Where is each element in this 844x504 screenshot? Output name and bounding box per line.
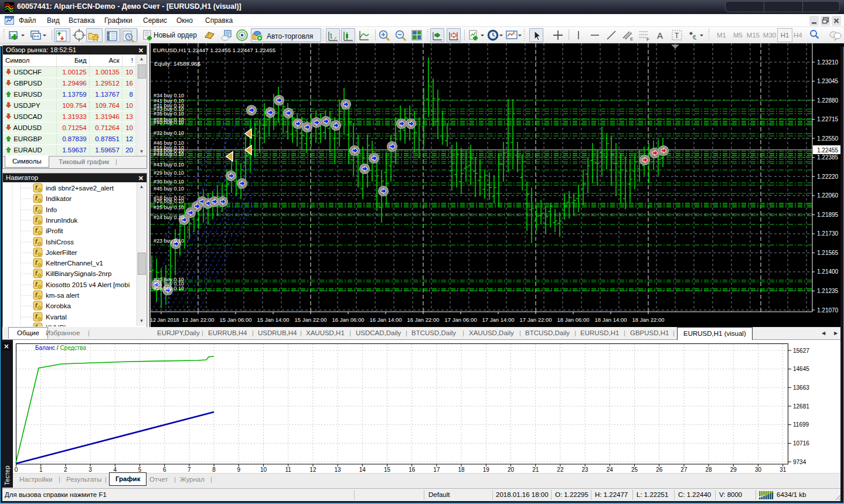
svg-text:F: F	[646, 37, 649, 42]
svg-text:12: 12	[309, 466, 316, 473]
svg-text:18 Jan 22:00: 18 Jan 22:00	[632, 316, 665, 323]
svg-text:12 Jan 22:00: 12 Jan 22:00	[182, 316, 215, 323]
svg-text:#49 buy 0.10: #49 buy 0.10	[154, 151, 184, 157]
svg-text:1.23210: 1.23210	[817, 59, 839, 66]
svg-text:InrunInduk: InrunInduk	[46, 217, 78, 224]
svg-text:1.23045: 1.23045	[817, 78, 839, 84]
svg-text:E: E	[630, 36, 633, 42]
svg-text:Kvartal: Kvartal	[46, 314, 67, 321]
svg-text:17 Jan 06:00: 17 Jan 06:00	[445, 316, 477, 323]
svg-text:12 Jan 2018: 12 Jan 2018	[150, 317, 179, 323]
svg-text:#40 buy 0.10: #40 buy 0.10	[154, 120, 184, 125]
svg-text:#45 buy 0.10: #45 buy 0.10	[154, 186, 184, 192]
svg-text:Indikator: Indikator	[46, 195, 72, 202]
svg-text:Баланс / Средства: Баланс / Средства	[35, 345, 86, 351]
svg-text:17 Jan 14:00: 17 Jan 14:00	[482, 316, 515, 323]
svg-text:16 Jan 22:00: 16 Jan 22:00	[407, 316, 440, 323]
svg-text:1.21730: 1.21730	[817, 230, 839, 237]
svg-text:Тестер: Тестер	[4, 466, 11, 485]
svg-text:1.21565: 1.21565	[817, 250, 839, 256]
svg-text:8: 8	[212, 466, 216, 473]
svg-text:#25 buy 0.10: #25 buy 0.10	[154, 205, 184, 210]
svg-text:#35 buy 0.10: #35 buy 0.10	[154, 111, 184, 117]
svg-text:2: 2	[64, 466, 67, 473]
svg-text:31: 31	[780, 466, 787, 473]
svg-text:1.22715: 1.22715	[817, 116, 839, 122]
svg-text:17 Jan 22:00: 17 Jan 22:00	[520, 316, 552, 323]
svg-text:12681: 12681	[793, 403, 809, 410]
svg-text:13663: 13663	[793, 384, 809, 391]
svg-text:25: 25	[631, 466, 638, 473]
svg-text:9: 9	[237, 466, 241, 473]
svg-text:iProfit: iProfit	[46, 227, 63, 234]
svg-text:1.22880: 1.22880	[817, 97, 839, 104]
svg-text:#43 buy 0.10: #43 buy 0.10	[154, 162, 184, 168]
svg-text:#24 buy 0.10: #24 buy 0.10	[154, 214, 184, 220]
svg-text:18 Jan 14:00: 18 Jan 14:00	[595, 316, 627, 323]
svg-text:11699: 11699	[793, 421, 809, 428]
svg-text:21: 21	[532, 466, 539, 473]
svg-text:29: 29	[730, 466, 737, 473]
svg-text:3: 3	[89, 466, 92, 473]
svg-text:KVUPL: KVUPL	[46, 324, 68, 326]
svg-text:15627: 15627	[793, 348, 809, 354]
svg-text:KeltnerChannel_v1: KeltnerChannel_v1	[46, 260, 103, 267]
svg-text:23: 23	[582, 466, 589, 473]
svg-text:KillBinarySignals-2nrp: KillBinarySignals-2nrp	[46, 270, 112, 277]
svg-text:7: 7	[188, 466, 191, 473]
svg-text:1.22550: 1.22550	[817, 135, 839, 142]
svg-text:1.21895: 1.21895	[817, 212, 839, 218]
svg-text:14645: 14645	[793, 366, 809, 372]
svg-text:1.21235: 1.21235	[817, 288, 839, 294]
svg-text:Kiosotto 2015 v4 Alert [mobi: Kiosotto 2015 v4 Alert [mobi	[46, 281, 130, 288]
svg-text:#32 buy 0.10: #32 buy 0.10	[154, 130, 184, 136]
svg-text:IshiCross: IshiCross	[46, 239, 74, 246]
svg-text:17: 17	[433, 466, 440, 473]
svg-text:JokerFilter: JokerFilter	[46, 249, 77, 256]
svg-text:16: 16	[409, 466, 416, 473]
svg-text:#23 buy 0.10: #23 buy 0.10	[154, 238, 184, 244]
svg-text:15 Jan 22:00: 15 Jan 22:00	[295, 316, 327, 323]
svg-text:0: 0	[15, 466, 18, 473]
svg-text:Korobka: Korobka	[46, 302, 71, 309]
svg-text:#26 buy 0.10: #26 buy 0.10	[154, 198, 184, 204]
svg-text:26: 26	[656, 466, 663, 473]
svg-text:15: 15	[384, 466, 391, 473]
svg-text:1.21070: 1.21070	[817, 307, 839, 314]
svg-text:10716: 10716	[793, 440, 809, 447]
svg-text:10: 10	[260, 466, 267, 473]
svg-text:1.21400: 1.21400	[817, 268, 839, 275]
svg-text:1: 1	[39, 466, 43, 473]
svg-text:EURUSD,H1 1.22447 1.22455 1.2: EURUSD,H1 1.22447 1.22455 1.22447 1.2245…	[153, 47, 276, 53]
svg-text:1.22385: 1.22385	[817, 154, 839, 161]
svg-text:indi sbnr2+save2_alert: indi sbnr2+save2_alert	[46, 185, 114, 192]
svg-text:15 Jan 14:00: 15 Jan 14:00	[257, 316, 290, 323]
svg-text:18 Jan 06:00: 18 Jan 06:00	[557, 316, 590, 323]
svg-text:T: T	[675, 32, 679, 40]
svg-text:27: 27	[680, 466, 688, 473]
svg-text:Equity: 14589.96$: Equity: 14589.96$	[154, 60, 201, 67]
svg-text:A: A	[657, 30, 663, 40]
svg-text:#30 buy 0.10: #30 buy 0.10	[154, 179, 184, 185]
svg-text:22: 22	[557, 466, 564, 473]
svg-text:16 Jan 06:00: 16 Jan 06:00	[332, 316, 365, 323]
svg-text:20: 20	[508, 466, 515, 473]
svg-text:6: 6	[163, 466, 166, 473]
svg-text:19: 19	[483, 466, 490, 473]
svg-text:16 Jan 14:00: 16 Jan 14:00	[370, 316, 402, 323]
svg-text:14: 14	[359, 466, 366, 473]
svg-text:km-sa alert: km-sa alert	[46, 292, 80, 299]
svg-text:9734: 9734	[793, 459, 806, 465]
svg-text:30: 30	[755, 466, 762, 473]
svg-text:1.22455: 1.22455	[817, 147, 839, 154]
svg-text:1.22220: 1.22220	[817, 173, 839, 180]
svg-text:#19 buy 0.10: #19 buy 0.10	[154, 285, 184, 291]
svg-text:28: 28	[706, 466, 713, 473]
svg-text:24: 24	[607, 466, 614, 473]
svg-text:15 Jan 06:00: 15 Jan 06:00	[220, 316, 252, 323]
svg-text:1.22060: 1.22060	[817, 192, 839, 199]
svg-text:#29 buy 0.10: #29 buy 0.10	[154, 170, 184, 176]
svg-text:13: 13	[335, 466, 342, 473]
svg-text:Info: Info	[46, 206, 57, 213]
svg-text:11: 11	[285, 466, 292, 473]
